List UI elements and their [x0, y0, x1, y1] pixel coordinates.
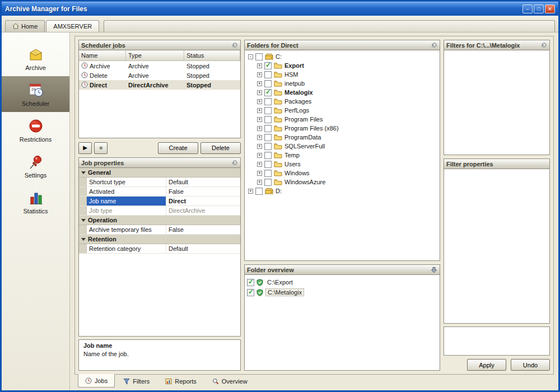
folder-checkbox[interactable]: [264, 161, 272, 168]
overview-checkbox[interactable]: [247, 279, 254, 286]
stop-job-button[interactable]: ■: [94, 142, 108, 154]
property-row[interactable]: Job nameDirect: [79, 197, 240, 206]
folder-checkbox[interactable]: [264, 71, 272, 78]
expand-box-icon[interactable]: +: [257, 180, 262, 185]
minimize-button[interactable]: –: [522, 4, 533, 13]
property-value[interactable]: Default: [166, 178, 240, 186]
tree-item-programdata[interactable]: +ProgramData: [245, 133, 440, 142]
arrow-down-icon[interactable]: [431, 267, 437, 273]
sidebar-item-statistics[interactable]: Statistics: [2, 184, 69, 220]
folder-label[interactable]: Users: [284, 161, 301, 167]
tree-item-users[interactable]: +Users: [245, 160, 440, 169]
folder-checkbox[interactable]: [264, 143, 272, 150]
expand-box-icon[interactable]: +: [257, 162, 262, 167]
tree-item-inetpub[interactable]: +inetpub: [245, 79, 440, 88]
folder-label[interactable]: Export: [284, 62, 304, 69]
sidebar-item-scheduler[interactable]: 24Scheduler: [2, 76, 69, 112]
tree-item-sqlserverfull[interactable]: +SQLServerFull: [245, 142, 440, 151]
job-row[interactable]: DirectDirectArchiveStopped: [79, 80, 240, 90]
collapse-box-icon[interactable]: -: [248, 54, 253, 59]
folder-label[interactable]: C:: [276, 53, 282, 60]
column-header-type[interactable]: Type: [126, 50, 184, 60]
overview-checkbox[interactable]: [247, 289, 254, 296]
property-row[interactable]: Shortcut typeDefault: [79, 178, 240, 187]
panel-pin-icon[interactable]: [232, 42, 238, 48]
tab-reports[interactable]: Reports: [158, 375, 204, 388]
folder-label[interactable]: Packages: [284, 98, 311, 105]
folder-label[interactable]: Program Files (x86): [284, 125, 339, 132]
create-job-button[interactable]: Create: [158, 142, 198, 154]
property-group-header[interactable]: General: [79, 168, 240, 178]
expand-box-icon[interactable]: +: [257, 126, 262, 131]
tree-item-c-[interactable]: -C:: [245, 52, 440, 61]
folder-label[interactable]: Temp: [284, 152, 300, 158]
close-button[interactable]: ✕: [545, 4, 555, 13]
tree-item-packages[interactable]: +Packages: [245, 97, 440, 106]
expand-box-icon[interactable]: +: [257, 72, 262, 77]
tree-item-temp[interactable]: +Temp: [245, 151, 440, 160]
panel-pin-icon[interactable]: [541, 42, 547, 48]
folder-checkbox[interactable]: [264, 125, 272, 132]
tree-item-windowsazure[interactable]: +WindowsAzure: [245, 178, 440, 186]
property-value[interactable]: Default: [166, 244, 240, 253]
panel-pin-icon[interactable]: [431, 42, 437, 48]
property-value[interactable]: False: [166, 187, 240, 196]
panel-pin-icon[interactable]: [232, 160, 238, 166]
expand-box-icon[interactable]: +: [257, 117, 262, 122]
sidebar-item-archive[interactable]: Archive: [2, 40, 69, 76]
folder-checkbox[interactable]: [264, 170, 272, 177]
expand-box-icon[interactable]: +: [257, 81, 262, 86]
folder-checkbox[interactable]: [255, 188, 263, 195]
folder-checkbox[interactable]: [264, 152, 272, 159]
expand-box-icon[interactable]: +: [257, 108, 262, 113]
folder-label[interactable]: inetpub: [284, 80, 305, 87]
property-value[interactable]: False: [166, 225, 240, 234]
tab-overview[interactable]: Overview: [205, 375, 255, 388]
maximize-button[interactable]: □: [534, 4, 544, 13]
folder-label[interactable]: Windows: [284, 170, 310, 176]
expand-box-icon[interactable]: +: [257, 144, 262, 149]
folder-label[interactable]: HSM: [284, 71, 298, 78]
expand-box-icon[interactable]: +: [257, 99, 262, 104]
property-group-header[interactable]: Retention: [79, 235, 240, 244]
folder-label[interactable]: ProgramData: [284, 134, 321, 141]
folder-label[interactable]: WindowsAzure: [284, 179, 325, 185]
expand-box-icon[interactable]: +: [257, 63, 262, 68]
tab-filters[interactable]: Filters: [116, 375, 157, 388]
tree-item-d-[interactable]: +D:: [245, 186, 440, 195]
overview-label[interactable]: C:\Export: [265, 279, 295, 286]
folder-checkbox[interactable]: [264, 80, 272, 87]
overview-item[interactable]: C:\Metalogix: [247, 287, 437, 297]
tree-item-perflogs[interactable]: +PerfLogs: [245, 106, 440, 115]
folder-checkbox[interactable]: [264, 179, 272, 186]
overview-item[interactable]: C:\Export: [247, 277, 437, 287]
property-value[interactable]: DirectArchive: [166, 206, 240, 215]
tree-item-windows[interactable]: +Windows: [245, 169, 440, 178]
expand-box-icon[interactable]: +: [248, 189, 253, 194]
sidebar-item-restrictions[interactable]: Restrictions: [2, 112, 69, 148]
folder-label[interactable]: D:: [276, 188, 282, 194]
filters-list[interactable]: [444, 50, 549, 155]
tree-item-hsm[interactable]: +HSM: [245, 70, 440, 79]
tab-home[interactable]: Home: [5, 20, 45, 32]
filter-properties-grid[interactable]: [444, 169, 549, 323]
folder-checkbox[interactable]: [264, 89, 272, 96]
folder-label[interactable]: SQLServerFull: [284, 143, 325, 150]
property-row[interactable]: Archive temporary filesFalse: [79, 225, 240, 235]
property-row[interactable]: ActivatedFalse: [79, 187, 240, 197]
column-header-status[interactable]: Status: [184, 50, 240, 60]
tree-item-export[interactable]: +Export: [245, 61, 440, 70]
folder-checkbox[interactable]: [264, 107, 272, 114]
property-row[interactable]: Job typeDirectArchive: [79, 206, 240, 216]
expand-box-icon[interactable]: +: [257, 153, 262, 158]
folder-checkbox[interactable]: [264, 134, 272, 141]
folder-checkbox[interactable]: [264, 98, 272, 105]
sidebar-item-settings[interactable]: Settings: [2, 148, 69, 184]
property-value[interactable]: Direct: [166, 197, 240, 206]
folder-label[interactable]: PerfLogs: [284, 107, 309, 114]
delete-job-button[interactable]: Delete: [200, 142, 241, 154]
expand-box-icon[interactable]: +: [257, 135, 262, 140]
folder-checkbox[interactable]: [255, 53, 263, 60]
expand-box-icon[interactable]: +: [257, 171, 262, 176]
property-row[interactable]: Retention categoryDefault: [79, 244, 240, 254]
